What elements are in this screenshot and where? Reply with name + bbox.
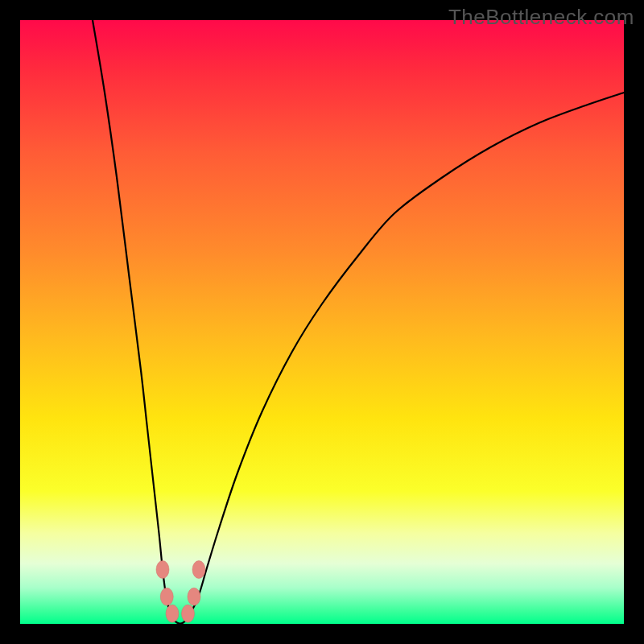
chart-svg [20, 20, 624, 624]
curve-marker [182, 605, 195, 622]
watermark-text: TheBottleneck.com [448, 5, 634, 30]
curve-marker [160, 588, 173, 605]
plot-area [20, 20, 624, 624]
curve-marker [166, 605, 179, 622]
curve-marker [156, 561, 169, 579]
curve-marker [188, 588, 200, 605]
marker-group [156, 561, 205, 623]
curve-marker [192, 561, 205, 579]
bottleneck-curve [93, 20, 624, 624]
chart-frame: TheBottleneck.com [0, 0, 644, 644]
